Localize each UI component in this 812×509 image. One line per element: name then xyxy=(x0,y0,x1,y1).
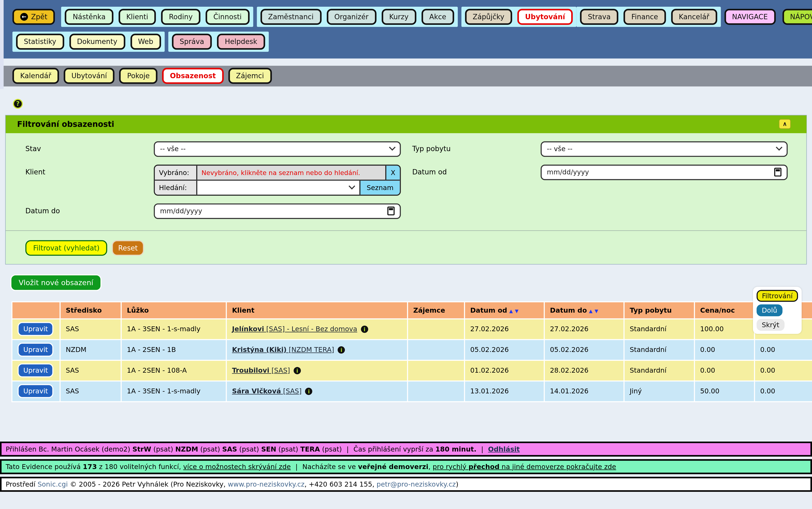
client-link[interactable]: Kristýna (Kiki) [NZDM TERA] xyxy=(232,346,334,353)
client-detail: [SAS] - Lesní - Bez domova xyxy=(264,325,357,333)
nav-rodiny[interactable]: Rodiny xyxy=(161,9,200,25)
cell-luzko: 1A - 2SEN - 108-A xyxy=(122,361,226,380)
scroll-to-filter-button[interactable]: Filtrování xyxy=(756,290,798,302)
sort-desc-icon[interactable]: ▼ xyxy=(515,308,519,313)
klient-picker: Vybráno: Nevybráno, klikněte na seznam n… xyxy=(154,165,401,196)
nav-finance[interactable]: Finance xyxy=(624,9,666,25)
nav-dokumenty[interactable]: Dokumenty xyxy=(69,34,125,50)
credits-text: ) xyxy=(456,480,458,488)
demo-info-bar: Tato Evidence používá 173 z 180 voliteln… xyxy=(0,459,812,474)
nav-cinnosti[interactable]: Činnosti xyxy=(205,9,249,25)
demo-switch-text: pro rychlý xyxy=(433,463,468,470)
back-button[interactable]: ← Zpět xyxy=(12,9,55,25)
insert-occupancy-button[interactable]: Vložit nové obsazení xyxy=(10,274,101,291)
app-window: ← Zpět Nástěnka Klienti Rodiny Činnosti … xyxy=(0,0,812,509)
cell-typ: Standardní xyxy=(624,361,694,380)
header-datum-do-label: Datum do xyxy=(550,306,587,314)
cell-typ: Standardní xyxy=(624,340,694,360)
nav-navigace[interactable]: NAVIGACE xyxy=(724,9,776,25)
subnav-ubytovani[interactable]: Ubytování xyxy=(64,68,115,84)
nav-sprava[interactable]: Správa xyxy=(172,34,212,50)
cell-klient: Kristýna (Kiki) [NZDM TERA]i xyxy=(227,340,407,360)
table-tools-menu: Filtrování Dolů Skrýt xyxy=(753,286,802,334)
session-expiry-text: Čas přihlášení vyprší za xyxy=(354,445,435,453)
subnav-pokoje[interactable]: Pokoje xyxy=(119,68,157,84)
sort-desc-icon[interactable]: ▼ xyxy=(595,308,598,313)
nav-napoveda[interactable]: NÁPOVĚDA xyxy=(782,9,812,25)
header-klient: Klient xyxy=(227,302,407,318)
demo-switch-text: na jiné demoverze pokračujte zde xyxy=(499,463,616,470)
cell-cena: 0.00 xyxy=(695,361,754,380)
client-detail: [SAS] xyxy=(269,367,290,374)
nav-akce[interactable]: Akce xyxy=(421,9,454,25)
subnav-obsazenost-active[interactable]: Obsazenost xyxy=(162,68,224,84)
reset-button[interactable]: Reset xyxy=(112,240,144,256)
main-navbar: ← Zpět Nástěnka Klienti Rodiny Činnosti … xyxy=(0,0,812,58)
credits-bar: Prostředí Sonic.cgi © 2005 - 2026 Petr V… xyxy=(0,477,812,492)
email-link[interactable]: petr@pro-neziskovky.cz xyxy=(377,480,456,488)
demo-version-label: veřejné demoverzi xyxy=(358,463,428,470)
nav-group-services: Zápůjčky Ubytování xyxy=(461,7,577,27)
nav-group-clients: Nástěnka Klienti Rodiny Činnosti xyxy=(61,7,253,27)
cell-sleva: 0.00 xyxy=(755,381,812,401)
info-icon[interactable]: i xyxy=(305,388,313,395)
nav-helpdesk[interactable]: Helpdesk xyxy=(217,34,265,50)
datum-do-input[interactable]: mm/dd/yyyy xyxy=(154,203,401,219)
client-link[interactable]: Jelínkovi [SAS] - Lesní - Bez domova xyxy=(232,325,357,333)
nav-statistiky[interactable]: Statistiky xyxy=(16,34,64,50)
client-link[interactable]: Sára Vlčková [SAS] xyxy=(232,387,301,395)
nav-ubytovani-active[interactable]: Ubytování xyxy=(517,9,573,25)
header-datum-do: Datum do▲▼ xyxy=(545,302,623,318)
info-icon[interactable]: i xyxy=(361,326,368,333)
subnav-kalendar[interactable]: Kalendář xyxy=(12,68,59,84)
cell-datum-od: 27.02.2026 xyxy=(465,319,544,339)
nav-kurzy[interactable]: Kurzy xyxy=(382,9,416,25)
cell-luzko: 1A - 3SEN - 1-s-madly xyxy=(122,381,226,401)
filter-row-1: Stav -- vše -- Typ pobytu -- vše -- xyxy=(6,141,806,157)
nav-zamestnanci[interactable]: Zaměstnanci xyxy=(260,9,321,25)
help-icon[interactable]: ? xyxy=(13,99,23,109)
datum-od-input[interactable]: mm/dd/yyyy xyxy=(541,165,788,180)
upravit-button[interactable]: Upravit xyxy=(18,363,54,377)
header-typ-pobytu: Typ pobytu xyxy=(624,302,694,318)
collapse-filter-button[interactable]: ∧ xyxy=(779,119,791,129)
nav-klienti[interactable]: Klienti xyxy=(119,9,156,25)
klient-selected-row: Vybráno: Nevybráno, klikněte na seznam n… xyxy=(155,166,400,179)
nav-strava[interactable]: Strava xyxy=(580,9,618,25)
calendar-icon[interactable] xyxy=(774,168,781,177)
filtrovat-button[interactable]: Filtrovat (vyhledat) xyxy=(25,240,107,256)
session-unit: TERA xyxy=(300,445,320,453)
subnav-zajemci[interactable]: Zájemci xyxy=(228,68,271,84)
nav-web[interactable]: Web xyxy=(130,34,161,50)
sonic-link[interactable]: Sonic.cgi xyxy=(38,480,68,488)
info-icon[interactable]: i xyxy=(294,367,301,374)
separator: | xyxy=(295,463,298,470)
logout-link[interactable]: Odhlásit xyxy=(488,445,520,453)
calendar-icon[interactable] xyxy=(387,206,395,215)
website-link[interactable]: www.pro-neziskovky.cz xyxy=(228,480,304,488)
cell-stredisko: SAS xyxy=(61,319,121,339)
klient-search-select[interactable] xyxy=(197,180,359,195)
sort-asc-icon[interactable]: ▲ xyxy=(589,308,592,313)
session-text: (psat) xyxy=(237,445,261,453)
filter-panel-header: Filtrování obsazenosti ∧ xyxy=(6,115,806,133)
upravit-button[interactable]: Upravit xyxy=(18,322,54,336)
nav-kancelar[interactable]: Kancelář xyxy=(671,9,717,25)
upravit-button[interactable]: Upravit xyxy=(18,384,54,398)
credits-text: , +420 603 214 155, xyxy=(304,480,377,488)
hide-features-link[interactable]: více o možnostech skrývání zde xyxy=(183,463,291,470)
upravit-button[interactable]: Upravit xyxy=(18,343,54,357)
sort-asc-icon[interactable]: ▲ xyxy=(509,308,513,313)
seznam-button[interactable]: Seznam xyxy=(359,180,400,195)
stav-select[interactable]: -- vše -- xyxy=(154,141,401,157)
clear-klient-button[interactable]: X xyxy=(385,166,400,179)
nav-zapujcky[interactable]: Zápůjčky xyxy=(465,9,512,25)
hide-menu-button[interactable]: Skrýt xyxy=(756,319,784,331)
client-link[interactable]: Troubilovi [SAS] xyxy=(232,367,290,374)
info-icon[interactable]: i xyxy=(338,346,345,353)
scroll-down-button[interactable]: Dolů xyxy=(756,304,782,316)
nav-nastenka[interactable]: Nástěnka xyxy=(65,9,113,25)
typ-pobytu-select[interactable]: -- vše -- xyxy=(541,141,788,157)
demo-switch-link[interactable]: pro rychlý přechod na jiné demoverze pok… xyxy=(433,463,616,470)
nav-organizer[interactable]: Organizér xyxy=(326,9,376,25)
